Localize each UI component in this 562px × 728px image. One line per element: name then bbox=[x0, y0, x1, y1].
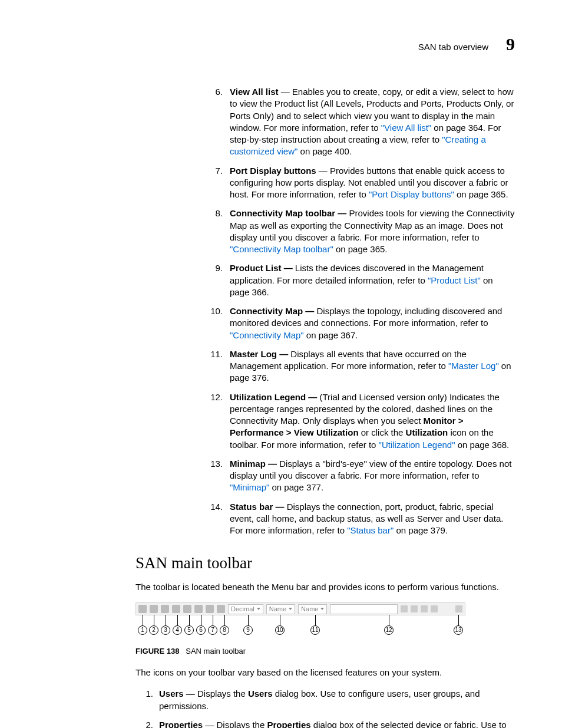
callout-leader bbox=[201, 615, 201, 625]
item-term: Status bar — bbox=[230, 502, 285, 512]
cross-ref-link[interactable]: "Status bar" bbox=[347, 525, 394, 535]
callout-leader bbox=[389, 615, 389, 625]
toolbar-small-icon bbox=[431, 605, 438, 612]
toolbar-small-icon bbox=[401, 605, 408, 612]
cross-ref-link[interactable]: "Connectivity Map" bbox=[230, 330, 304, 340]
item-text: on page 365. bbox=[333, 244, 388, 254]
element-manager-icon bbox=[161, 605, 169, 613]
item-term: Master Log — bbox=[230, 349, 288, 359]
callout-number: 12 bbox=[384, 625, 394, 635]
figure-number: FIGURE 138 bbox=[135, 647, 179, 655]
item-number: 1. bbox=[135, 688, 159, 700]
callout-leaders: 12345678910111213 bbox=[135, 615, 465, 636]
item-term: Properties bbox=[159, 720, 203, 728]
item-text: on page 365. bbox=[454, 189, 508, 199]
callout-number: 2 bbox=[149, 625, 158, 635]
callout-number: 3 bbox=[161, 625, 170, 635]
bold-inline: Utilization bbox=[406, 427, 448, 437]
toolbar-small-icon bbox=[411, 605, 418, 612]
callout-number: 6 bbox=[196, 625, 206, 635]
cross-ref-link[interactable]: "Connectivity Map toolbar" bbox=[230, 244, 333, 254]
toolbar-items-list: 1. Users — Displays the Users dialog box… bbox=[135, 688, 515, 728]
toolbar-figure: Decimal Name Name 12345678910111213 bbox=[135, 602, 515, 636]
callout-leader bbox=[154, 615, 154, 625]
item-number: 12. bbox=[111, 391, 230, 403]
item-number: 8. bbox=[111, 207, 230, 219]
running-header: SAN tab overview 9 bbox=[47, 34, 515, 54]
users-icon bbox=[138, 605, 147, 613]
item-text: on page 367. bbox=[304, 330, 358, 340]
item-text: on page 377. bbox=[269, 482, 323, 492]
callout-leader bbox=[224, 615, 225, 625]
chapter-number: 9 bbox=[506, 34, 515, 54]
list-item: 1. Users — Displays the Users dialog box… bbox=[135, 688, 515, 712]
combo-label: Decimal bbox=[231, 605, 254, 612]
callout-leader bbox=[315, 615, 316, 625]
cross-ref-link[interactable]: "View All list" bbox=[381, 123, 431, 133]
list-item: 7. Port Display buttons — Provides butto… bbox=[111, 165, 515, 201]
list-item: 13. Minimap — Displays a "bird's-eye" vi… bbox=[111, 458, 515, 494]
item-term: View All list bbox=[230, 87, 279, 97]
item-number: 2. bbox=[135, 719, 159, 728]
callout-number: 13 bbox=[454, 625, 463, 635]
item-text: — Displays the bbox=[184, 689, 248, 699]
post-figure-para: The icons on your toolbar vary based on … bbox=[135, 666, 515, 678]
item-number: 11. bbox=[111, 348, 230, 360]
figure-title: SAN main toolbar bbox=[186, 647, 246, 655]
callout-leader bbox=[248, 615, 249, 625]
combo-name-1: Name bbox=[266, 604, 295, 614]
item-term: Minimap — bbox=[230, 459, 277, 469]
item-number: 9. bbox=[111, 262, 230, 274]
toolbar-small-icon bbox=[421, 605, 428, 612]
list-item: 10. Connectivity Map — Displays the topo… bbox=[111, 305, 515, 341]
list-item: 14. Status bar — Displays the connection… bbox=[111, 501, 515, 537]
callout-number: 11 bbox=[310, 625, 320, 635]
callout-leader bbox=[458, 615, 459, 625]
item-text: on page 368. bbox=[455, 440, 510, 450]
callout-number: 1 bbox=[138, 625, 147, 635]
cross-ref-link[interactable]: "Minimap" bbox=[230, 482, 269, 492]
running-title: SAN tab overview bbox=[418, 42, 488, 52]
item-number: 7. bbox=[111, 165, 230, 177]
callout-number: 10 bbox=[275, 625, 285, 635]
combo-name-2: Name bbox=[298, 604, 327, 614]
callout-number: 4 bbox=[173, 625, 182, 635]
chevron-down-icon bbox=[320, 608, 324, 610]
callout-number: 8 bbox=[220, 625, 229, 635]
cross-ref-link[interactable]: "Master Log" bbox=[448, 361, 499, 371]
callout-number: 5 bbox=[184, 625, 194, 635]
section-heading: SAN main toolbar bbox=[135, 554, 515, 572]
overview-list: 6. View All list — Enables you to create… bbox=[111, 86, 515, 536]
list-item: 11. Master Log — Displays all events tha… bbox=[111, 348, 515, 384]
bold-inline: Users bbox=[248, 689, 273, 699]
search-box bbox=[330, 604, 398, 614]
callout-number: 9 bbox=[243, 625, 253, 635]
callout-leader bbox=[143, 615, 143, 625]
bold-inline: Properties bbox=[267, 720, 310, 728]
properties-icon bbox=[150, 605, 158, 613]
item-number: 6. bbox=[111, 86, 230, 98]
cross-ref-link[interactable]: "Product List" bbox=[428, 275, 481, 285]
item-text: on page 379. bbox=[394, 525, 448, 535]
callout-leader bbox=[189, 615, 190, 625]
cross-ref-link[interactable]: "Utilization Legend" bbox=[379, 440, 455, 450]
callout-number: 7 bbox=[208, 625, 217, 635]
cross-ref-link[interactable]: "Port Display buttons" bbox=[369, 189, 454, 199]
chevron-down-icon bbox=[289, 608, 292, 610]
item-text: — Displays the bbox=[203, 720, 267, 728]
list-item: 6. View All list — Enables you to create… bbox=[111, 86, 515, 158]
callout-leader bbox=[213, 615, 213, 625]
item-term: Port Display buttons bbox=[230, 166, 316, 176]
item-text: or click the bbox=[359, 427, 406, 437]
item-text: on page 400. bbox=[297, 146, 352, 156]
toolbar-image: Decimal Name Name bbox=[135, 602, 465, 615]
combo-decimal: Decimal bbox=[228, 604, 263, 614]
combo-label: Name bbox=[269, 605, 286, 612]
toolbar-icon bbox=[206, 605, 214, 613]
section-intro: The toolbar is located beneath the Menu … bbox=[135, 581, 515, 593]
item-term: Product List — bbox=[230, 263, 293, 273]
toolbar-icon bbox=[194, 605, 203, 613]
chevron-down-icon bbox=[257, 608, 260, 610]
zoning-icon bbox=[183, 605, 191, 613]
list-item: 8. Connectivity Map toolbar — Provides t… bbox=[111, 207, 515, 255]
